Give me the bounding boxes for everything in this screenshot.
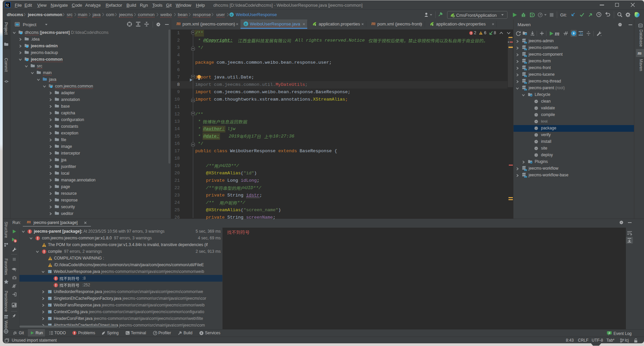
svg-text:9: 9 xyxy=(14,239,16,243)
svg-text:C: C xyxy=(231,13,233,16)
svg-text:m: m xyxy=(555,31,559,36)
svg-text:m: m xyxy=(27,220,31,224)
svg-text:C: C xyxy=(245,22,247,26)
svg-text:m: m xyxy=(524,174,527,178)
svg-text:m: m xyxy=(524,87,527,91)
svg-text:m: m xyxy=(524,40,527,44)
svg-text:m: m xyxy=(524,67,527,70)
svg-text:m: m xyxy=(176,21,180,26)
svg-text:m: m xyxy=(524,80,527,84)
svg-text:2: 2 xyxy=(608,331,610,335)
svg-text:m: m xyxy=(524,54,527,57)
svg-text:m: m xyxy=(524,168,527,171)
svg-text:m: m xyxy=(524,60,527,64)
svg-text:m: m xyxy=(524,47,527,50)
svg-text:m: m xyxy=(371,21,375,26)
svg-text:m: m xyxy=(524,74,527,77)
svg-text:m: m xyxy=(638,50,642,56)
